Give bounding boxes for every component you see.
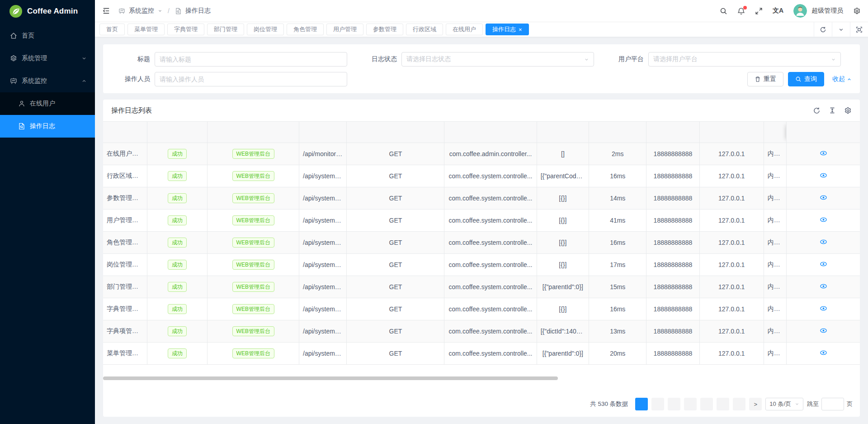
view-detail-eye-icon[interactable] <box>820 349 827 357</box>
column-settings-gear-icon[interactable] <box>844 107 852 114</box>
page-button[interactable] <box>684 398 697 410</box>
view-detail-eye-icon[interactable] <box>820 149 827 157</box>
cell-operator: 18888888888 <box>646 210 699 232</box>
table-header-cell <box>646 122 699 143</box>
page-size-select[interactable]: 10 条/页 <box>765 398 803 410</box>
chevron-down-icon[interactable] <box>832 22 850 37</box>
current-user-name[interactable]: 超级管理员 <box>811 7 843 15</box>
tab[interactable]: 岗位管理 <box>247 24 284 35</box>
cell-status: 成功 <box>147 232 208 254</box>
tab[interactable]: 菜单管理 <box>127 24 165 35</box>
open-tabs: 首页 菜单管理 字典管理 部门管理 <box>95 22 814 37</box>
sidebar-item-label: 系统监控 <box>22 77 47 85</box>
tab[interactable]: 部门管理 <box>207 24 244 35</box>
refresh-icon[interactable] <box>813 107 821 114</box>
cell-status: 成功 <box>147 254 208 276</box>
cell-ip: 127.0.0.1 <box>699 232 764 254</box>
next-page-button[interactable]: > <box>749 398 762 410</box>
page-button[interactable] <box>700 398 713 410</box>
reset-button[interactable]: 重置 <box>747 72 783 86</box>
chevron-down-icon[interactable] <box>158 9 162 13</box>
jump-label: 跳至 <box>807 400 819 408</box>
page-button[interactable] <box>733 398 745 410</box>
tab[interactable]: 字典管理 <box>167 24 204 35</box>
tab[interactable]: 操作日志 × <box>486 24 529 35</box>
cell-params: [] <box>537 143 589 165</box>
jump-page-input[interactable] <box>821 398 844 410</box>
operator-input[interactable] <box>160 76 342 83</box>
cell-status: 成功 <box>147 343 208 365</box>
sidebar-submenu-monitor: 在线用户 操作日志 <box>0 92 95 138</box>
cell-duration: 16ms <box>589 232 646 254</box>
row-height-icon[interactable] <box>829 107 836 114</box>
status-badge: 成功 <box>168 260 187 270</box>
sidebar-item-online-users[interactable]: 在线用户 <box>0 92 95 115</box>
cell-status: 成功 <box>147 320 208 343</box>
log-list-card: 操作日志列表 <box>103 100 860 417</box>
filter-status-field: 日志状态 请选择日志状态 <box>358 52 605 67</box>
sidebar-item-home[interactable]: 首页 <box>0 24 95 47</box>
cell-platform: WEB管理后台 <box>208 210 299 232</box>
search-icon[interactable] <box>720 7 727 15</box>
scrollbar-thumb[interactable] <box>103 376 558 380</box>
tab-label: 在线用户 <box>453 25 476 33</box>
page-button[interactable] <box>651 398 664 410</box>
sidebar-item-system-monitor[interactable]: 系统监控 <box>0 70 95 92</box>
card-header: 操作日志列表 <box>103 100 860 121</box>
tab-close-icon[interactable]: × <box>519 27 522 33</box>
tab[interactable]: 用户管理 <box>326 24 363 35</box>
view-detail-eye-icon[interactable] <box>820 172 827 179</box>
cell-status: 成功 <box>147 165 208 187</box>
fullscreen-icon[interactable] <box>755 7 763 15</box>
table-body: 在线用户分页查询 成功 WEB管理后台 /api/monitor/online/… <box>103 143 860 365</box>
view-detail-eye-icon[interactable] <box>820 238 827 246</box>
cell-request-url: /api/system/sysUser/page <box>299 210 347 232</box>
sidebar-item-label: 系统管理 <box>22 54 47 62</box>
view-detail-eye-icon[interactable] <box>820 216 827 224</box>
view-detail-eye-icon[interactable] <box>820 194 827 201</box>
page-button[interactable] <box>668 398 680 410</box>
tab[interactable]: 角色管理 <box>287 24 324 35</box>
cell-request-method: GET <box>347 165 444 187</box>
status-badge: 成功 <box>168 171 187 181</box>
platform-select[interactable]: 请选择用户平台 <box>648 52 841 67</box>
language-icon[interactable]: 文A <box>773 7 783 15</box>
sidebar-fold-icon[interactable] <box>102 7 110 15</box>
filter-platform-label: 用户平台 <box>605 55 644 63</box>
cell-handler: com.coffee.system.controlle... <box>444 232 537 254</box>
tab[interactable]: 参数管理 <box>366 24 403 35</box>
maximize-icon[interactable] <box>850 22 868 37</box>
title-input[interactable] <box>160 56 342 63</box>
collapse-filters-link[interactable]: 收起 <box>832 75 852 83</box>
filter-status-label: 日志状态 <box>358 55 397 63</box>
tab[interactable]: 在线用户 <box>446 24 483 35</box>
cell-request-method: GET <box>347 187 444 210</box>
cell-platform: WEB管理后台 <box>208 165 299 187</box>
cell-params: [{}] <box>537 254 589 276</box>
view-detail-eye-icon[interactable] <box>820 327 827 334</box>
view-detail-eye-icon[interactable] <box>820 282 827 290</box>
platform-badge: WEB管理后台 <box>232 149 274 159</box>
search-button[interactable]: 查询 <box>788 72 824 86</box>
tab[interactable]: 首页 <box>99 24 125 35</box>
bell-icon[interactable] <box>737 7 745 15</box>
cell-request-url: /api/system/sysDict/page <box>299 298 347 320</box>
cell-duration: 17ms <box>589 254 646 276</box>
sidebar-item-system-manage[interactable]: 系统管理 <box>0 47 95 70</box>
avatar[interactable] <box>793 4 807 18</box>
cell-title: 岗位管理分页查询 <box>103 254 147 276</box>
chevron-down-icon <box>795 402 799 406</box>
reset-button-label: 重置 <box>764 75 776 83</box>
breadcrumb-parent[interactable]: 系统监控 <box>129 7 154 15</box>
settings-gear-icon[interactable] <box>853 7 861 15</box>
tab[interactable]: 行政区域 <box>406 24 443 35</box>
sidebar-item-operation-log[interactable]: 操作日志 <box>0 115 95 138</box>
page-button[interactable] <box>635 398 648 410</box>
cell-params: [{"parentId":0}] <box>537 343 589 365</box>
refresh-icon[interactable] <box>814 22 832 37</box>
view-detail-eye-icon[interactable] <box>820 305 827 312</box>
status-select[interactable]: 请选择日志状态 <box>401 52 594 67</box>
platform-badge: WEB管理后台 <box>232 171 274 181</box>
view-detail-eye-icon[interactable] <box>820 260 827 268</box>
page-button[interactable] <box>717 398 729 410</box>
